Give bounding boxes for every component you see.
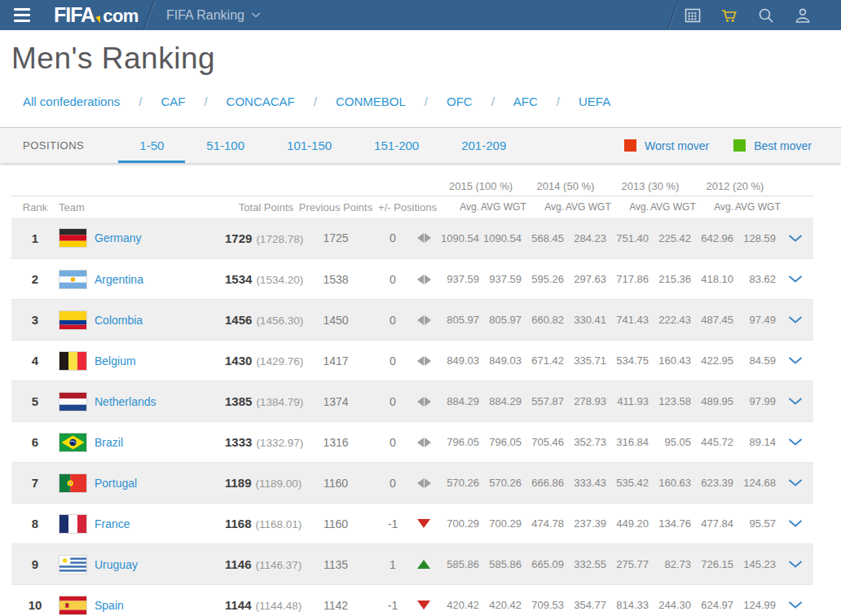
legend-best-mover: Best mover (733, 139, 812, 152)
flag-netherlands (59, 392, 95, 411)
expand-chevron-icon (788, 479, 803, 486)
avg-value: 420.42 (481, 599, 523, 611)
previous-points: 1142 (295, 599, 376, 612)
expand-row-button[interactable] (777, 275, 813, 283)
confederation-link-conmebol[interactable]: CONMEBOL (336, 95, 406, 108)
avg-value: 624.97 (693, 599, 735, 611)
previous-points: 1316 (295, 436, 376, 449)
avg-value: 623.39 (693, 477, 735, 489)
table-row: 8 France 1168(1168.01) 1160 -1 700.29700… (11, 503, 813, 543)
team-link[interactable]: Brazil (95, 436, 123, 449)
team-link[interactable]: Spain (95, 599, 124, 612)
header-avg-wgt: AVG WGT (481, 201, 523, 213)
expand-chevron-icon (788, 357, 803, 364)
positions-tabs: 1-5051-100101-150151-200201-209 (118, 128, 527, 163)
confederation-link-concacaf[interactable]: CONCACAF (227, 95, 295, 108)
expand-chevron-icon (788, 275, 803, 283)
positions-change: -1 (376, 517, 409, 530)
confederation-separator: / (425, 95, 428, 108)
team-link[interactable]: Netherlands (95, 395, 156, 408)
expand-row-button[interactable] (777, 316, 813, 323)
avg-value: 585.86 (481, 558, 523, 570)
cart-icon[interactable] (720, 7, 738, 24)
total-points: 1430(1429.76) (225, 354, 295, 367)
team-link[interactable]: France (95, 517, 130, 530)
avg-value: 128.59 (735, 232, 777, 244)
avg-value: 449.20 (608, 517, 650, 530)
avg-value: 335.71 (566, 354, 608, 367)
confederation-link-all-confederations[interactable]: All confederations (23, 95, 120, 108)
team-link[interactable]: Uruguay (95, 558, 138, 571)
header-avg: Avg. (523, 201, 566, 213)
header-divider (143, 0, 155, 30)
tab-101-150[interactable]: 101-150 (266, 128, 353, 163)
team-link[interactable]: Portugal (95, 477, 137, 490)
avg-value: 849.03 (438, 354, 481, 367)
no-movement-icon (409, 233, 438, 243)
expand-row-button[interactable] (777, 601, 813, 609)
previous-points: 1450 (295, 314, 376, 327)
expand-row-button[interactable] (777, 520, 813, 527)
confederation-separator: / (557, 95, 560, 108)
total-points: 1333(1332.97) (225, 435, 295, 449)
team-link[interactable]: Colombia (95, 314, 143, 327)
avg-value: 568.45 (523, 232, 566, 244)
avg-value: 225.42 (650, 232, 693, 244)
team-link[interactable]: Argentina (95, 273, 143, 286)
avg-value: 89.14 (735, 436, 777, 448)
expand-chevron-icon (788, 398, 803, 405)
avg-value: 849.03 (481, 354, 523, 367)
flag-spain (59, 596, 95, 615)
total-points: 1385(1384.79) (225, 394, 295, 408)
avg-value: 445.72 (693, 436, 735, 448)
avg-value: 284.23 (566, 232, 608, 244)
avg-value: 570.26 (438, 477, 481, 489)
expand-row-button[interactable] (777, 438, 813, 446)
avg-value: 535.42 (608, 477, 650, 489)
search-icon[interactable] (757, 7, 775, 24)
year-group-header-row: 2015 (100 %)2014 (50 %)2013 (30 %)2012 (… (11, 179, 813, 196)
expand-chevron-icon (788, 561, 803, 568)
avg-value: 487.45 (693, 314, 735, 326)
total-points: 1168(1168.01) (225, 517, 295, 530)
team-link[interactable]: Belgium (95, 354, 136, 367)
avg-value: 160.63 (650, 477, 693, 489)
fifa-logo[interactable]: FIFA com (54, 3, 139, 27)
confederation-link-uefa[interactable]: UEFA (579, 95, 610, 108)
confederation-link-caf[interactable]: CAF (161, 95, 185, 108)
user-icon[interactable] (794, 7, 812, 24)
confederation-link-afc[interactable]: AFC (513, 95, 538, 108)
expand-row-button[interactable] (777, 479, 813, 486)
avg-value: 585.86 (438, 558, 481, 570)
expand-row-button[interactable] (777, 235, 813, 242)
avg-value: 741.43 (608, 314, 650, 326)
header-avg: Avg. (693, 201, 735, 213)
fifa-ranking-dropdown[interactable]: FIFA Ranking (166, 8, 261, 23)
expand-row-button[interactable] (777, 357, 813, 364)
total-points: 1189(1189.00) (225, 476, 295, 490)
expand-row-button[interactable] (777, 398, 813, 405)
worst-mover-swatch (624, 139, 636, 152)
avg-value: 477.84 (693, 517, 735, 530)
team-link[interactable]: Germany (95, 231, 142, 244)
year-group-header: 2013 (30 %) (608, 180, 693, 195)
tab-51-100[interactable]: 51-100 (185, 128, 266, 163)
avg-value: 124.99 (735, 599, 777, 611)
rank: 9 (11, 557, 59, 571)
positions-change: -1 (376, 599, 409, 612)
expand-chevron-icon (788, 601, 803, 609)
avg-value: 95.57 (735, 517, 777, 530)
tab-1-50[interactable]: 1-50 (118, 128, 185, 163)
confederation-link-ofc[interactable]: OFC (447, 95, 473, 108)
calendar-icon[interactable] (684, 7, 702, 24)
expand-row-button[interactable] (777, 561, 813, 568)
avg-value: 534.75 (608, 354, 650, 367)
hamburger-menu-icon[interactable] (0, 0, 44, 30)
tab-201-209[interactable]: 201-209 (440, 128, 527, 163)
avg-value: 595.26 (523, 273, 566, 285)
rank: 1 (11, 231, 59, 245)
flag-france (59, 514, 95, 534)
header-avg: Avg. (608, 201, 650, 213)
total-points: 1144(1144.48) (225, 598, 295, 612)
tab-151-200[interactable]: 151-200 (353, 128, 440, 163)
